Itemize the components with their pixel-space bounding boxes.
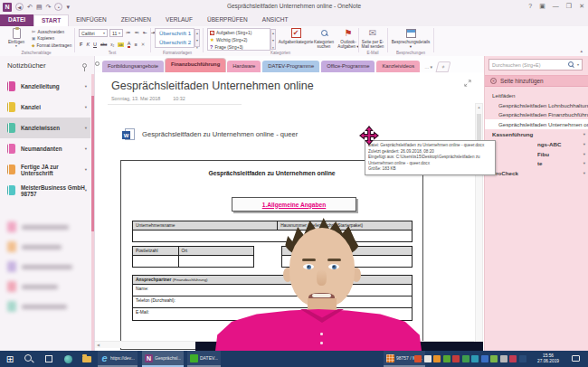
sidebar-scrollbar[interactable] (91, 74, 94, 351)
taskbar-app-datev[interactable]: DATEV... (187, 351, 221, 367)
strikethrough-icon[interactable]: abc (100, 42, 107, 47)
taskbar-globe-icon[interactable] (62, 353, 73, 364)
notebook-item[interactable]: Kanzleiwissen▾ (0, 118, 90, 138)
font-color-icon[interactable]: A (128, 41, 131, 48)
italic-icon[interactable]: K (86, 42, 90, 47)
add-page-button[interactable]: + Seite hinzufügen (485, 75, 588, 87)
window-control-?[interactable]: ? (528, 2, 532, 11)
redo-icon[interactable]: ↷ (46, 3, 52, 12)
section-overflow-button[interactable]: … ▾ (422, 61, 435, 72)
tray-icon[interactable] (452, 355, 460, 362)
notification-center-icon[interactable] (572, 355, 580, 362)
bold-icon[interactable]: F (80, 42, 82, 47)
page-item[interactable]: ProCheck▾ (485, 168, 588, 178)
page-item[interactable]: Gesprächsleitfaden Unternehmen online (485, 119, 588, 129)
section-tab[interactable]: Fortbildungsangebote (102, 61, 164, 72)
ribbon-tab-einfügen[interactable]: EINFÜGEN (69, 14, 114, 26)
undo-icon[interactable]: ↶ (27, 3, 33, 12)
find-tags-button[interactable]: Kategorien suchen (312, 27, 336, 49)
search-input[interactable]: Durchsuchen (Strg+E) ▾ (488, 59, 583, 71)
page-item[interactable]: Fibu▾ (485, 149, 588, 159)
send-page-email-button[interactable]: ✉ Seite per E-Mail senden (361, 27, 384, 49)
back-icon[interactable]: ◀ (15, 3, 24, 11)
cut-button[interactable]: ✂ Ausschneiden (32, 29, 64, 34)
file-explorer-icon[interactable] (81, 353, 92, 364)
highlight-icon[interactable]: ab (118, 42, 123, 47)
bullet-list-icon[interactable]: ≔ (126, 30, 131, 35)
taskbar-search-icon[interactable] (24, 353, 34, 364)
section-tab[interactable]: Finanzbuchführung (166, 59, 225, 72)
subscript-icon[interactable]: x₂ (110, 42, 114, 47)
tray-icon[interactable] (424, 355, 432, 362)
ribbon-tab-überprüfen[interactable]: ÜBERPRÜFEN (200, 14, 255, 26)
attachment-item[interactable]: Gesprächsleitfaden zu Unternehmen online… (125, 128, 298, 140)
ribbon-tab-verlauf[interactable]: VERLAUF (158, 14, 200, 26)
start-button[interactable]: ⊞ (5, 353, 15, 364)
page-item[interactable]: ngs-ABC▾ (485, 139, 588, 149)
add-section-button[interactable]: + (436, 61, 451, 72)
tray-icon[interactable] (443, 355, 450, 362)
clear-all-format-icon[interactable]: ✕ (141, 42, 146, 47)
page-item[interactable]: Gesprächsleitfaden Lohnbuchhaltung (485, 100, 588, 110)
underline-icon[interactable]: U (93, 42, 97, 47)
section-tab[interactable]: Hardware (227, 61, 261, 72)
ribbon-tab-datei[interactable]: DATEI (0, 14, 33, 26)
taskbar-clock[interactable]: 15:5627.06.2019 (530, 353, 566, 364)
tray-icon[interactable] (500, 355, 507, 362)
task-view-icon[interactable] (43, 353, 54, 364)
window-control-✕[interactable]: ✕ (579, 2, 584, 11)
ribbon-tab-ansicht[interactable]: ANSICHT (255, 14, 296, 26)
print-icon[interactable]: ▤ (36, 3, 43, 12)
font-size-combo[interactable]: 11▾ (109, 29, 123, 37)
tray-icon[interactable] (509, 355, 517, 362)
paste-button[interactable]: Einfügen▾ (4, 27, 29, 49)
tray-icon[interactable] (519, 355, 526, 362)
align-icon[interactable]: ≡ (134, 42, 137, 47)
sections-pin-icon[interactable] (95, 61, 100, 66)
tray-icon[interactable] (462, 355, 469, 362)
help-circle-icon[interactable]: • (54, 3, 62, 11)
page-item[interactable]: Kassenführung▾ (485, 129, 588, 139)
tray-icon[interactable] (471, 355, 479, 362)
page-item[interactable]: Leitfäden (485, 90, 588, 100)
ribbon-tab-zeichnen[interactable]: ZEICHNEN (114, 14, 158, 26)
style-item[interactable]: Überschrift 1 (156, 29, 194, 38)
numbered-list-icon[interactable]: ≕ (135, 30, 140, 35)
qat-customize-icon[interactable]: ▾ (66, 3, 70, 12)
page-title[interactable]: Gesprächsleitfaden Unternehmen online (111, 80, 314, 92)
collapse-ribbon-icon[interactable]: ▴ (580, 48, 583, 53)
style-item[interactable]: Überschrift 2 (156, 38, 194, 47)
notebook-item[interactable]: MeisterBusiness GmbH 98757▾ (0, 180, 90, 201)
format-painter-button[interactable]: ◆ Format übertragen (32, 43, 71, 48)
window-control-❒[interactable]: ❒ (566, 2, 572, 11)
notebook-item[interactable]: Kanzlei▾ (0, 97, 90, 118)
taskbar-app-onenote[interactable]: NGesprächsl... (142, 351, 184, 367)
font-name-combo[interactable]: Calibri▾ (79, 29, 108, 37)
meeting-details-button[interactable]: Besprechungsdetails ▾ (392, 27, 430, 49)
tray-icon[interactable] (433, 355, 441, 362)
section-tab[interactable]: DATEV-Programme (262, 61, 319, 72)
tag-item[interactable]: ?Frage (Strg+3) (208, 43, 270, 51)
tray-icon[interactable] (414, 355, 422, 362)
window-control-▣[interactable]: ▣ (539, 2, 545, 11)
search-scope-chevron-icon[interactable]: ▾ (577, 62, 579, 67)
tray-icon[interactable] (481, 355, 488, 362)
taskbar-app-ie[interactable]: ehttps://dev... (98, 351, 138, 367)
window-control-—[interactable]: — (553, 2, 559, 11)
page-item[interactable]: Gesprächsleitfaden Finanzbuchführung (485, 110, 588, 120)
task-category-button[interactable]: ✔ Aufgabenkategorie (281, 27, 310, 44)
notebook-item[interactable]: Kanzleileitung▾ (0, 76, 90, 97)
styles-scroll[interactable]: ▲▼▾ (194, 29, 200, 47)
section-tab[interactable]: Kanzleivideos (376, 61, 420, 72)
full-page-view-icon[interactable] (464, 80, 471, 87)
section-tab[interactable]: Office-Programme (321, 61, 375, 72)
outlook-tasks-button[interactable]: ⚑ Outlook-Aufgaben ▾ (337, 27, 360, 49)
copy-button[interactable]: ▣ Kopieren (32, 36, 54, 41)
tag-item[interactable]: ✔Aufgaben (Strg+1) (208, 29, 270, 36)
tag-item[interactable]: ★Wichtig (Strg+2) (208, 36, 270, 43)
page-item[interactable]: te▾ (485, 159, 588, 169)
pin-icon[interactable] (82, 63, 87, 68)
notebook-item[interactable]: Neumandanten▾ (0, 138, 90, 159)
outdent-icon[interactable]: ⇤ (143, 30, 147, 35)
tags-scroll[interactable]: ▲▼▾ (270, 29, 276, 50)
